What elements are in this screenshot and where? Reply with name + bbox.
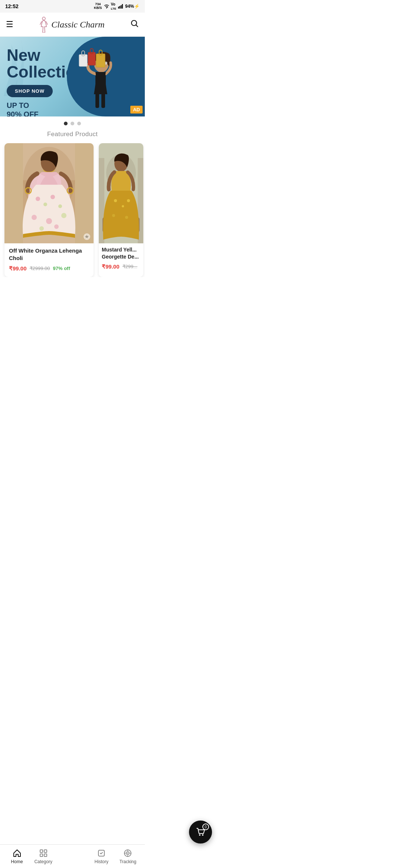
banner-person-svg (69, 37, 143, 116)
svg-rect-4 (122, 4, 123, 9)
speed-indicator: 734 KB/S (94, 3, 102, 10)
menu-button[interactable]: ☰ (6, 20, 13, 29)
svg-rect-1 (118, 7, 119, 9)
lte-icon: VoLTE (111, 2, 116, 10)
status-icons: 734 KB/S VoLTE 94%⚡ (94, 2, 140, 10)
svg-rect-15 (88, 52, 95, 65)
svg-point-52 (114, 199, 117, 202)
dot-3[interactable] (77, 122, 81, 125)
carousel-dots[interactable] (0, 116, 145, 128)
svg-point-29 (50, 195, 55, 199)
ad-badge: AD (130, 106, 143, 114)
logo: Classic Charm (39, 16, 104, 33)
mustard-image (99, 143, 143, 243)
svg-point-5 (42, 17, 45, 20)
section-title: Featured Product (0, 128, 145, 143)
svg-point-55 (112, 214, 115, 217)
product-card-1[interactable]: Off White Organza Lehenga Choli ₹99.00 ₹… (4, 143, 94, 277)
product-prices-2: ₹99.00 ₹299... (102, 263, 140, 270)
price-discount-1: 97% off (53, 266, 70, 271)
product-prices-1: ₹99.00 ₹2999.00 97% off (9, 265, 89, 272)
shop-now-button[interactable]: SHOP NOW (7, 85, 53, 97)
svg-rect-25 (75, 143, 94, 243)
svg-point-53 (122, 205, 124, 207)
lehenga-image (4, 143, 94, 243)
price-original-2: ₹299... (123, 264, 138, 269)
dot-2[interactable] (71, 122, 74, 125)
product-image-2 (99, 143, 143, 243)
svg-point-34 (39, 226, 44, 231)
svg-rect-2 (119, 6, 120, 9)
svg-point-32 (61, 213, 66, 218)
logo-icon (39, 16, 49, 33)
status-bar: 12:52 734 KB/S VoLTE 94%⚡ (0, 0, 145, 13)
svg-rect-19 (95, 93, 99, 108)
banner-image (67, 37, 145, 116)
svg-point-35 (54, 224, 59, 229)
price-current-2: ₹99.00 (102, 263, 120, 270)
watermark-icon (83, 233, 91, 240)
product-card-2[interactable]: Mustard Yell... Georgette De... ₹99.00 ₹… (99, 143, 143, 277)
svg-point-54 (127, 199, 130, 202)
search-button[interactable] (130, 19, 139, 30)
product-info-1: Off White Organza Lehenga Choli ₹99.00 ₹… (4, 243, 94, 272)
product-info-2: Mustard Yell... Georgette De... ₹99.00 ₹… (99, 243, 143, 270)
logo-text: Classic Charm (51, 20, 104, 30)
battery-level: 94%⚡ (125, 4, 140, 9)
svg-point-56 (125, 216, 128, 219)
product-name-1: Off White Organza Lehenga Choli (9, 247, 89, 262)
svg-rect-17 (96, 54, 105, 67)
svg-point-27 (36, 197, 40, 201)
svg-rect-3 (121, 5, 122, 9)
featured-section: Featured Product (0, 128, 145, 277)
wifi-icon (103, 3, 109, 9)
svg-point-31 (32, 215, 37, 220)
signal-icon (118, 3, 124, 9)
svg-point-30 (58, 204, 62, 208)
svg-point-33 (46, 218, 52, 224)
svg-point-28 (43, 203, 47, 206)
svg-rect-20 (101, 93, 105, 108)
status-time: 12:52 (5, 3, 19, 9)
products-row: Off White Organza Lehenga Choli ₹99.00 ₹… (0, 143, 145, 277)
product-name-2: Mustard Yell... Georgette De... (102, 246, 140, 260)
price-current-1: ₹99.00 (9, 265, 27, 272)
dot-1[interactable] (64, 122, 68, 125)
svg-rect-24 (4, 143, 23, 243)
header: ☰ Classic Charm (0, 13, 145, 37)
banner: New Collection SHOP NOW UP TO 90% OFF (0, 37, 145, 116)
price-original-1: ₹2999.00 (30, 266, 50, 271)
product-image-1 (4, 143, 94, 243)
svg-point-0 (106, 8, 107, 9)
